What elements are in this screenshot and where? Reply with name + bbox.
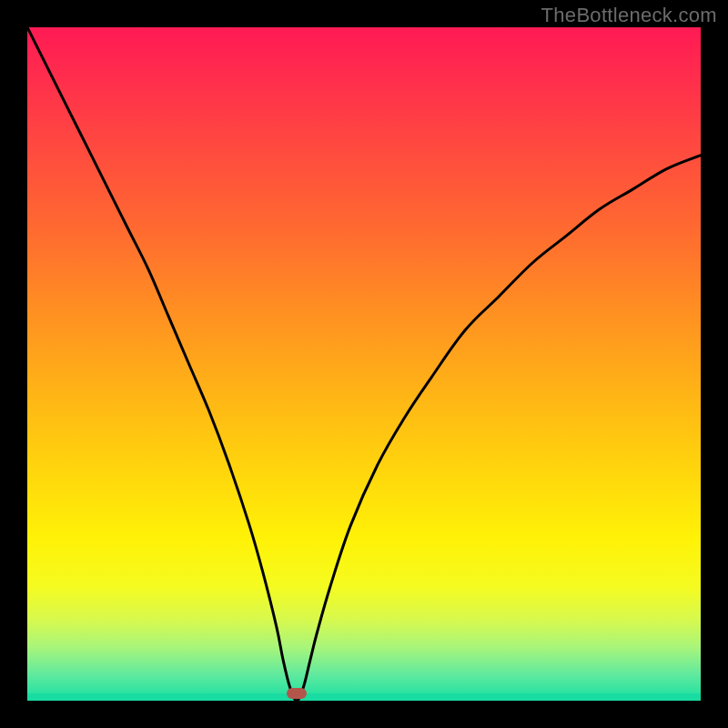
bottleneck-curve: [27, 27, 701, 701]
chart-frame: TheBottleneck.com: [0, 0, 728, 728]
watermark-text: TheBottleneck.com: [541, 4, 717, 27]
plot-area: [27, 27, 701, 701]
optimal-point-marker: [287, 688, 307, 699]
